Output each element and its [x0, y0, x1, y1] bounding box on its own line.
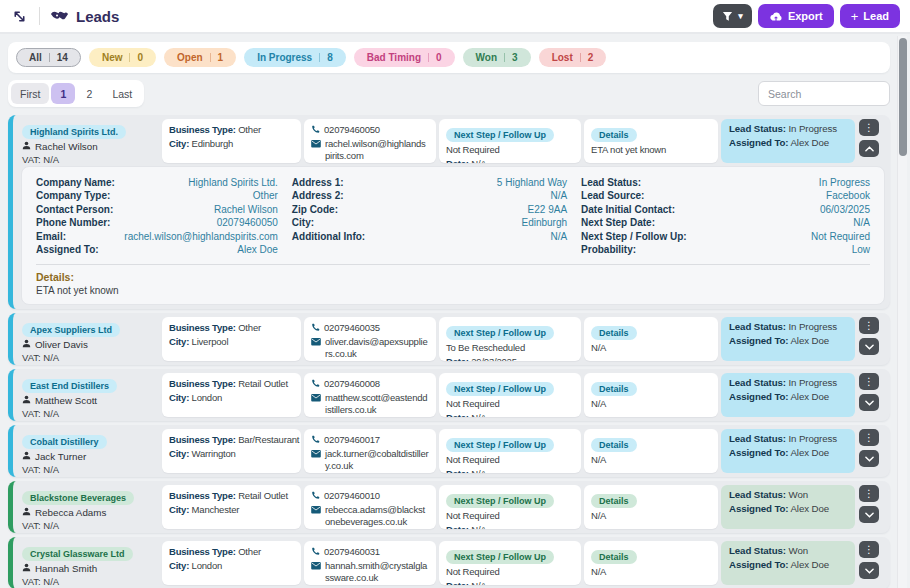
- phone-icon: [311, 435, 320, 446]
- kebab-icon: ⋮: [864, 545, 874, 555]
- contact-name: Jack Turner: [35, 451, 86, 462]
- chevron-down-icon: [865, 400, 874, 406]
- details-box: Details N/A: [584, 317, 718, 361]
- card-actions: ⋮: [858, 119, 880, 163]
- next-step-box: Next Step / Follow Up Not Required Date:…: [439, 119, 581, 163]
- tab-lost[interactable]: Lost2: [539, 48, 607, 67]
- next-step-box: Next Step / Follow Up Not Required Date:…: [439, 541, 581, 585]
- handshake-icon: [50, 9, 69, 23]
- scrollbar-track: [897, 36, 907, 588]
- date-value: N/A: [471, 158, 486, 163]
- assigned-to-label: Assigned To:: [729, 137, 788, 148]
- search-input[interactable]: [758, 81, 890, 106]
- envelope-icon: [311, 139, 321, 151]
- envelope-icon: [311, 561, 321, 573]
- tab-open[interactable]: Open1: [164, 48, 236, 67]
- vat-label: VAT:: [22, 154, 41, 163]
- scrollbar-thumb[interactable]: [899, 38, 907, 156]
- contact-name: Oliver Davis: [35, 339, 88, 350]
- details-box: Details N/A: [584, 485, 718, 529]
- page-title: Leads: [76, 8, 119, 25]
- diagonal-arrows-icon: [12, 9, 27, 24]
- more-button[interactable]: ⋮: [859, 541, 879, 558]
- person-icon: [22, 395, 31, 406]
- kebab-icon: ⋮: [864, 489, 874, 499]
- lead-card-list: Highland Spirits Ltd. Rachel Wilson VAT:…: [8, 115, 890, 588]
- company-column: Blackstone Beverages Rebecca Adams VAT: …: [13, 485, 159, 529]
- tab-label: All: [29, 52, 42, 63]
- next-step-badge: Next Step / Follow Up: [446, 438, 554, 452]
- person-icon: [22, 451, 31, 462]
- tab-count: 2: [588, 52, 594, 63]
- company-column: East End Distillers Matthew Scott VAT: N…: [13, 373, 159, 417]
- pagination: First 1 2 Last: [8, 80, 144, 107]
- tab-count: 3: [512, 52, 518, 63]
- export-button[interactable]: Export: [758, 4, 834, 28]
- more-button[interactable]: ⋮: [859, 429, 879, 446]
- expand-card-button[interactable]: [859, 394, 879, 411]
- next-step-badge: Next Step / Follow Up: [446, 382, 554, 396]
- person-icon: [22, 141, 31, 152]
- tab-won[interactable]: Won3: [463, 48, 531, 67]
- tab-all[interactable]: All14: [16, 48, 81, 67]
- pill-divider: [210, 53, 211, 62]
- lead-card: Apex Suppliers Ltd Oliver Davis VAT: N/A…: [8, 313, 890, 365]
- tab-bad-timing[interactable]: Bad Timing0: [354, 48, 455, 67]
- next-step-box: Next Step / Follow Up Not Required Date:…: [439, 429, 581, 473]
- contact-name: Hannah Smith: [35, 563, 97, 574]
- pagination-page-2[interactable]: 2: [77, 83, 101, 104]
- card-actions: ⋮: [858, 541, 880, 585]
- contact-box: 02079460017 jack.turner@cobaltdistillery…: [304, 429, 436, 473]
- business-box: Business Type: Other City: Edinburgh: [162, 119, 301, 163]
- vat-value: N/A: [43, 154, 59, 163]
- contact-box: 02079460035 oliver.davis@apexsuppliers.c…: [304, 317, 436, 361]
- tab-in-progress[interactable]: In Progress8: [244, 48, 346, 67]
- next-step-box: Next Step / Follow Up Not Required Date:…: [439, 373, 581, 417]
- next-step-badge: Next Step / Follow Up: [446, 494, 554, 508]
- collapse-card-button[interactable]: [859, 140, 879, 157]
- more-button[interactable]: ⋮: [859, 485, 879, 502]
- details-badge: Details: [591, 382, 637, 396]
- details-badge: Details: [591, 494, 637, 508]
- tab-new[interactable]: New0: [89, 48, 156, 67]
- detail-group-company: Company Name:Highland Spirits Ltd. Compa…: [36, 176, 278, 256]
- collapse-sidebar-button[interactable]: [10, 7, 29, 26]
- more-button[interactable]: ⋮: [859, 317, 879, 334]
- tab-label: Bad Timing: [367, 52, 421, 63]
- pill-divider: [504, 53, 505, 62]
- pagination-last[interactable]: Last: [103, 83, 141, 104]
- filter-dropdown-button[interactable]: ▾: [713, 4, 752, 28]
- company-badge: Apex Suppliers Ltd: [22, 323, 120, 337]
- business-type-label: Business Type:: [169, 124, 236, 135]
- pagination-first[interactable]: First: [11, 83, 49, 104]
- envelope-icon: [311, 337, 321, 349]
- tab-count: 0: [137, 52, 143, 63]
- cloud-export-icon: [769, 11, 783, 22]
- details-badge: Details: [591, 438, 637, 452]
- tab-count: 0: [436, 52, 442, 63]
- person-icon: [22, 339, 31, 350]
- pagination-page-1[interactable]: 1: [51, 83, 75, 104]
- top-bar: Leads ▾ Export + Lead: [0, 0, 910, 34]
- company-column: Crystal Glassware Ltd Hannah Smith VAT: …: [13, 541, 159, 585]
- kebab-icon: ⋮: [864, 123, 874, 133]
- lead-card: Blackstone Beverages Rebecca Adams VAT: …: [8, 481, 890, 533]
- contact-name: Rachel Wilson: [35, 141, 98, 152]
- add-lead-button[interactable]: + Lead: [840, 4, 900, 28]
- contact-box: 02079460050 rachel.wilson@highlandspirit…: [304, 119, 436, 163]
- expand-card-button[interactable]: [859, 562, 879, 579]
- expand-card-button[interactable]: [859, 450, 879, 467]
- phone-icon: [311, 125, 320, 136]
- details-box: Details N/A: [584, 541, 718, 585]
- envelope-icon: [311, 505, 321, 517]
- more-button[interactable]: ⋮: [859, 119, 879, 136]
- tab-label: In Progress: [257, 52, 312, 63]
- status-filter-bar: All14 New0 Open1 In Progress8 Bad Timing…: [8, 42, 890, 73]
- card-actions: ⋮: [858, 429, 880, 473]
- more-button[interactable]: ⋮: [859, 373, 879, 390]
- expand-card-button[interactable]: [859, 506, 879, 523]
- details-box: Details ETA not yet known: [584, 119, 718, 163]
- company-column: Apex Suppliers Ltd Oliver Davis VAT: N/A: [13, 317, 159, 361]
- envelope-icon: [311, 393, 321, 405]
- expand-card-button[interactable]: [859, 338, 879, 355]
